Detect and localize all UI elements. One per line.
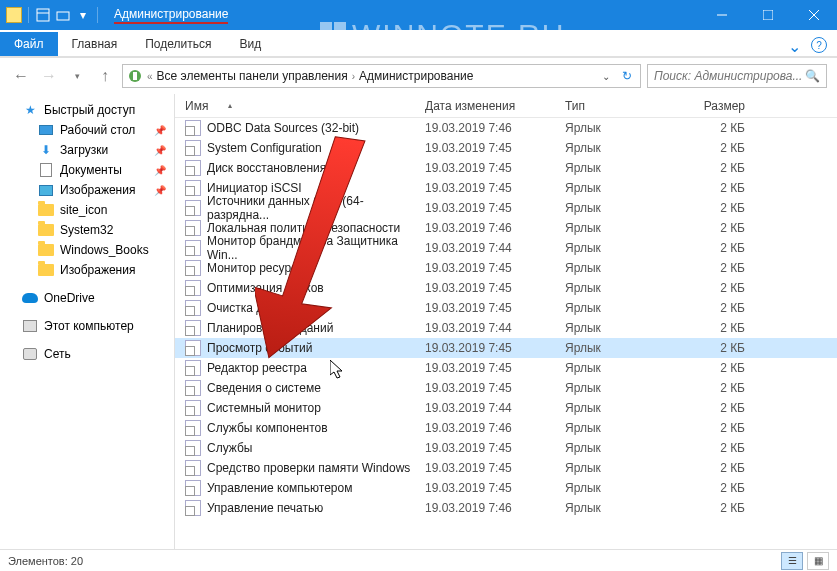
table-row[interactable]: Службы компонентов19.03.2019 7:46Ярлык2 … (175, 418, 837, 438)
file-type: Ярлык (565, 221, 685, 235)
table-row[interactable]: Планировщик заданий19.03.2019 7:44Ярлык2… (175, 318, 837, 338)
table-row[interactable]: Просмотр событий19.03.2019 7:45Ярлык2 КБ (175, 338, 837, 358)
file-name: Средство проверки памяти Windows (207, 461, 410, 475)
table-row[interactable]: Очистка диска19.03.2019 7:45Ярлык2 КБ (175, 298, 837, 318)
ribbon-expand-icon[interactable]: ⌄ (788, 37, 801, 56)
table-row[interactable]: Диск восстановления19.03.2019 7:45Ярлык2… (175, 158, 837, 178)
table-row[interactable]: Монитор брандмауэра Защитника Win...19.0… (175, 238, 837, 258)
file-name: Службы (207, 441, 252, 455)
sidebar-item[interactable]: Рабочий стол📌 (0, 120, 174, 140)
file-tab[interactable]: Файл (0, 32, 58, 56)
nav-back-button[interactable]: ← (10, 65, 32, 87)
file-type: Ярлык (565, 401, 685, 415)
file-date: 19.03.2019 7:45 (425, 461, 565, 475)
pin-icon: 📌 (154, 185, 166, 196)
file-size: 2 КБ (685, 161, 765, 175)
qa-properties-icon[interactable] (35, 7, 51, 23)
search-input[interactable] (654, 69, 801, 83)
address-dropdown-icon[interactable]: ⌄ (598, 71, 614, 82)
view-details-button[interactable]: ☰ (781, 552, 803, 570)
sidebar-quick-access[interactable]: ★ Быстрый доступ (0, 100, 174, 120)
chevron-right-icon[interactable]: › (352, 71, 355, 82)
minimize-button[interactable] (699, 0, 745, 30)
sidebar-item[interactable]: System32 (0, 220, 174, 240)
file-type: Ярлык (565, 361, 685, 375)
file-date: 19.03.2019 7:44 (425, 321, 565, 335)
nav-recent-button[interactable]: ▾ (66, 65, 88, 87)
file-type: Ярлык (565, 161, 685, 175)
address-bar[interactable]: « Все элементы панели управления › Админ… (122, 64, 641, 88)
breadcrumb-seg[interactable]: Все элементы панели управления (157, 69, 348, 83)
sidebar-item[interactable]: ⬇Загрузки📌 (0, 140, 174, 160)
file-date: 19.03.2019 7:44 (425, 241, 565, 255)
table-row[interactable]: Источники данных ОРС (64-разрядна...19.0… (175, 198, 837, 218)
sidebar-item[interactable]: Windows_Books (0, 240, 174, 260)
qa-dropdown-icon[interactable]: ▾ (75, 7, 91, 23)
file-type: Ярлык (565, 341, 685, 355)
folder-icon (38, 222, 54, 238)
desktop-icon (38, 122, 54, 138)
file-date: 19.03.2019 7:45 (425, 141, 565, 155)
sidebar-item[interactable]: Изображения (0, 260, 174, 280)
table-row[interactable]: Монитор ресурсов19.03.2019 7:45Ярлык2 КБ (175, 258, 837, 278)
shortcut-icon (185, 160, 201, 176)
file-name: Источники данных ОРС (64-разрядна... (207, 194, 425, 222)
shortcut-icon (185, 360, 201, 376)
nav-up-button[interactable]: ↑ (94, 65, 116, 87)
breadcrumb-seg[interactable]: Администрирование (359, 69, 473, 83)
table-row[interactable]: Оптимизация дисков19.03.2019 7:45Ярлык2 … (175, 278, 837, 298)
nav-forward-button[interactable]: → (38, 65, 60, 87)
sidebar-this-pc[interactable]: Этот компьютер (0, 316, 174, 336)
file-name: ODBC Data Sources (32-bit) (207, 121, 359, 135)
shortcut-icon (185, 320, 201, 336)
search-icon[interactable]: 🔍 (805, 69, 820, 83)
table-row[interactable]: Службы19.03.2019 7:45Ярлык2 КБ (175, 438, 837, 458)
status-bar: Элементов: 20 ☰ ▦ (0, 549, 837, 571)
table-row[interactable]: Средство проверки памяти Windows19.03.20… (175, 458, 837, 478)
sidebar-onedrive[interactable]: OneDrive (0, 288, 174, 308)
view-icons-button[interactable]: ▦ (807, 552, 829, 570)
sidebar-item[interactable]: Документы📌 (0, 160, 174, 180)
table-row[interactable]: Редактор реестра19.03.2019 7:45Ярлык2 КБ (175, 358, 837, 378)
file-date: 19.03.2019 7:45 (425, 161, 565, 175)
sidebar-item[interactable]: site_icon (0, 200, 174, 220)
qa-newfolder-icon[interactable] (55, 7, 71, 23)
table-row[interactable]: Управление компьютером19.03.2019 7:45Ярл… (175, 478, 837, 498)
table-row[interactable]: ODBC Data Sources (32-bit)19.03.2019 7:4… (175, 118, 837, 138)
file-type: Ярлык (565, 381, 685, 395)
table-row[interactable]: Системный монитор19.03.2019 7:44Ярлык2 К… (175, 398, 837, 418)
file-size: 2 КБ (685, 501, 765, 515)
tab-home[interactable]: Главная (58, 32, 132, 56)
table-row[interactable]: Управление печатью19.03.2019 7:46Ярлык2 … (175, 498, 837, 518)
file-size: 2 КБ (685, 181, 765, 195)
tab-share[interactable]: Поделиться (131, 32, 225, 56)
file-name: Сведения о системе (207, 381, 321, 395)
file-date: 19.03.2019 7:46 (425, 221, 565, 235)
table-row[interactable]: Сведения о системе19.03.2019 7:45Ярлык2 … (175, 378, 837, 398)
file-size: 2 КБ (685, 281, 765, 295)
file-date: 19.03.2019 7:45 (425, 361, 565, 375)
refresh-icon[interactable]: ↻ (618, 69, 636, 83)
file-name: Управление печатью (207, 501, 323, 515)
search-box[interactable]: 🔍 (647, 64, 827, 88)
help-icon[interactable]: ? (811, 37, 827, 53)
tab-view[interactable]: Вид (225, 32, 275, 56)
col-size-header[interactable]: Размер (685, 99, 765, 113)
window-system-icon[interactable] (6, 7, 22, 23)
ribbon-tabs: Файл Главная Поделиться Вид ⌄ ? (0, 30, 837, 56)
close-button[interactable] (791, 0, 837, 30)
folder-icon (38, 242, 54, 258)
col-type-header[interactable]: Тип (565, 99, 685, 113)
col-name-header[interactable]: Имя▴ (175, 99, 425, 113)
file-name: Очистка диска (207, 301, 288, 315)
file-size: 2 КБ (685, 421, 765, 435)
table-row[interactable]: System Configuration19.03.2019 7:45Ярлык… (175, 138, 837, 158)
col-date-header[interactable]: Дата изменения (425, 99, 565, 113)
file-type: Ярлык (565, 421, 685, 435)
maximize-button[interactable] (745, 0, 791, 30)
sidebar-network[interactable]: Сеть (0, 344, 174, 364)
chevron-right-icon[interactable]: « (147, 71, 153, 82)
pictures-icon (38, 182, 54, 198)
sidebar-item[interactable]: Изображения📌 (0, 180, 174, 200)
file-size: 2 КБ (685, 301, 765, 315)
